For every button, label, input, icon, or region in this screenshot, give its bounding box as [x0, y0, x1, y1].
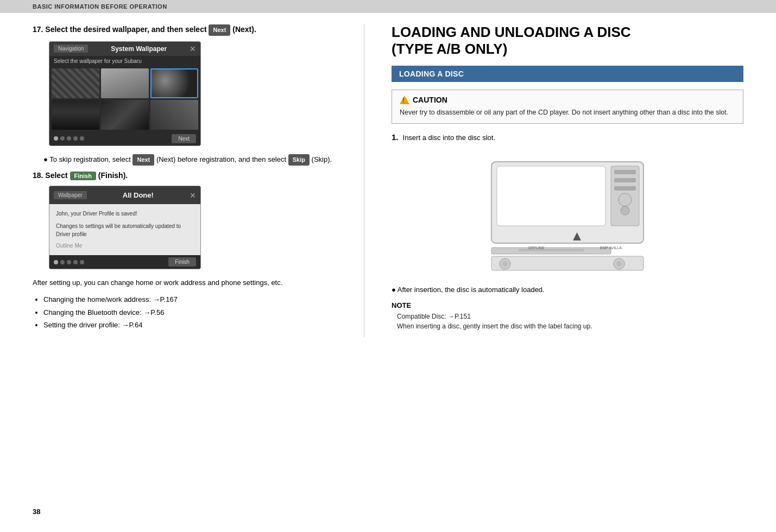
wallpaper-thumb-2[interactable]: [101, 68, 149, 98]
wallpaper-thumb-4[interactable]: [52, 100, 99, 130]
skip-registration-bullet: ● To skip registration, select Next (Nex…: [43, 154, 337, 166]
alldone-dot-2: [60, 260, 65, 264]
svg-point-16: [619, 193, 632, 206]
page-number: 38: [33, 508, 40, 516]
alldone-label1: Outline Me: [56, 242, 194, 250]
step-1-text: Insert a disc into the disc slot.: [403, 132, 496, 143]
step-1-num: 1.: [392, 132, 399, 142]
alldone-dot-3: [67, 260, 71, 264]
step-17-heading: 17. Select the desired wallpaper, and th…: [33, 24, 337, 36]
screen-next-btn[interactable]: Next: [172, 134, 196, 143]
alldone-line2: Changes to settings will be automaticall…: [56, 222, 194, 238]
caution-box: CAUTION Never try to disassemble or oil …: [392, 90, 743, 124]
svg-rect-15: [614, 186, 636, 191]
page-wrapper: BASIC INFORMATION BEFORE OPERATION 17. S…: [0, 0, 776, 532]
screen-dots-row: Next: [49, 132, 200, 145]
skip-next-btn[interactable]: Next: [133, 154, 154, 166]
after-text: After setting up, you can change home or…: [33, 277, 337, 289]
step-18-heading: 18. Select Finish (Finish).: [33, 171, 337, 180]
step-18-text-before: Select: [45, 171, 67, 180]
dot-3: [67, 136, 71, 141]
screen-dots: [54, 136, 84, 141]
right-column: LOADING AND UNLOADING A DISC (TYPE A/B O…: [392, 24, 743, 337]
loading-disc-bar: LOADING A DISC: [392, 66, 743, 82]
bullet-mid: (Next) before registration, and then sel…: [156, 155, 286, 163]
alldone-dot-1: [54, 260, 58, 264]
svg-text:EMP AVILLA: EMP AVILLA: [600, 246, 622, 250]
bullets-list: Changing the home/work address: →P.167 C…: [43, 294, 337, 331]
wallpaper-thumb-3[interactable]: [150, 68, 198, 98]
svg-text:OFFLINE: OFFLINE: [528, 246, 545, 250]
step-18-num: 18.: [33, 171, 43, 180]
bullet-text-1: To skip registration, select: [49, 155, 131, 163]
caution-triangle-icon: [400, 96, 409, 104]
alldone-body: John, your Driver Profile is saved! Chan…: [49, 204, 200, 255]
top-bar: BASIC INFORMATION BEFORE OPERATION: [0, 0, 776, 13]
section-title: LOADING AND UNLOADING A DISC (TYPE A/B O…: [392, 24, 743, 58]
after-insertion-text: ● After insertion, the disc is automatic…: [392, 284, 743, 295]
dot-2: [60, 136, 65, 141]
svg-point-8: [502, 261, 508, 267]
svg-rect-13: [614, 170, 636, 174]
step-17-text-after: (Next).: [232, 25, 256, 34]
step-17-text-before: Select the desired wallpaper, and then s…: [45, 25, 206, 34]
main-content: 17. Select the desired wallpaper, and th…: [0, 13, 776, 359]
dot-1: [54, 136, 58, 141]
alldone-dots-row: Finish: [49, 255, 200, 269]
alldone-dot-4: [73, 260, 78, 264]
bullet-item-3: Setting the driver profile: →P.64: [43, 320, 337, 331]
screen-title: System Wallpaper: [111, 45, 167, 53]
top-bar-label: BASIC INFORMATION BEFORE OPERATION: [33, 3, 167, 10]
screen-nav-btn[interactable]: Navigation: [54, 45, 88, 53]
caution-text: Never try to disassemble or oil any part…: [400, 107, 735, 118]
skip-btn[interactable]: Skip: [288, 154, 310, 166]
alldone-dots: [54, 260, 84, 264]
disc-device-illustration: OFFLINE EMP AVILLA: [486, 156, 649, 276]
wallpaper-grid: [49, 66, 200, 132]
svg-point-17: [621, 206, 629, 215]
note-section: NOTE Compatible Disc: →P.151 When insert…: [392, 301, 743, 331]
system-wallpaper-screen: Navigation System Wallpaper ✕ Select the…: [49, 41, 201, 146]
caution-label: CAUTION: [413, 96, 447, 104]
note-line1: Compatible Disc: →P.151: [397, 312, 743, 321]
dot-5: [80, 136, 84, 141]
screen-subtitle: Select the wallpaper for your Subaru: [49, 56, 200, 66]
section-title-line1: LOADING AND UNLOADING A DISC: [392, 24, 743, 41]
step-18-finish-btn[interactable]: Finish: [70, 172, 96, 180]
alldone-dot-5: [80, 260, 84, 264]
alldone-titlebar: Wallpaper All Done! ✕: [49, 186, 200, 204]
step-17-num: 17.: [33, 25, 43, 34]
svg-rect-14: [614, 178, 636, 182]
step-17-next-btn[interactable]: Next: [209, 24, 230, 36]
note-label: NOTE: [392, 301, 743, 309]
screen-titlebar: Navigation System Wallpaper ✕: [49, 42, 200, 56]
alldone-line1: John, your Driver Profile is saved!: [56, 210, 194, 218]
bullet-item-2: Changing the Bluetooth device: →P.56: [43, 307, 337, 318]
bullet-dot-1: ●: [43, 155, 49, 163]
alldone-close-icon[interactable]: ✕: [190, 191, 196, 200]
step-1-heading: 1. Insert a disc into the disc slot.: [392, 132, 743, 151]
note-line2: When inserting a disc, gently insert the…: [397, 321, 743, 331]
section-title-line2: (TYPE A/B ONLY): [392, 41, 743, 58]
bullet-end: (Skip).: [312, 155, 332, 163]
svg-rect-1: [497, 166, 605, 226]
wallpaper-thumb-6[interactable]: [150, 100, 198, 130]
step-18-text-after: (Finish).: [98, 171, 128, 180]
bullet-item-1: Changing the home/work address: →P.167: [43, 294, 337, 305]
svg-point-10: [616, 261, 622, 267]
alldone-nav-btn[interactable]: Wallpaper: [54, 191, 87, 199]
screen-close-icon[interactable]: ✕: [190, 45, 196, 53]
wallpaper-thumb-5[interactable]: [101, 100, 149, 130]
alldone-title: All Done!: [123, 189, 154, 201]
left-column: 17. Select the desired wallpaper, and th…: [33, 24, 337, 337]
caution-header: CAUTION: [400, 96, 735, 104]
wallpaper-thumb-1[interactable]: [52, 68, 99, 98]
all-done-screen: Wallpaper All Done! ✕ John, your Driver …: [49, 186, 201, 269]
alldone-finish-btn[interactable]: Finish: [168, 257, 196, 267]
dot-4: [73, 136, 78, 141]
column-divider: [364, 24, 364, 337]
